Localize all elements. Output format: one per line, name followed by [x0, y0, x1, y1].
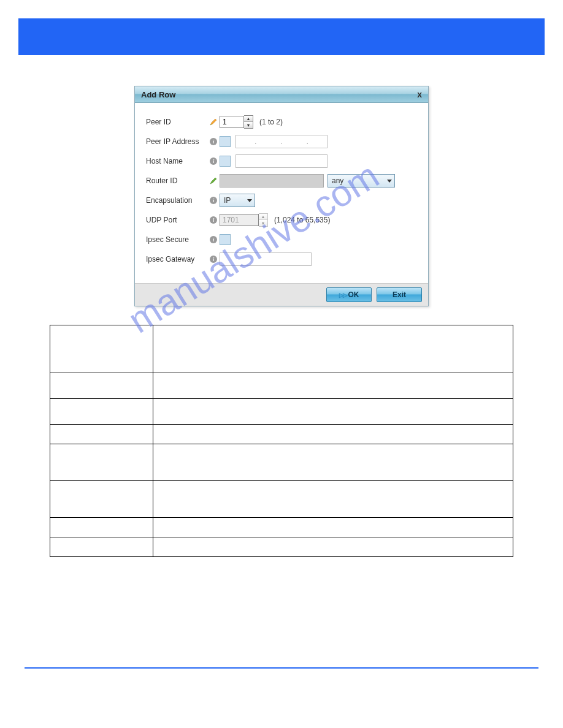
peer-ip-input[interactable]: . . . — [236, 135, 327, 148]
ok-arrows-icon: ▷▷ — [339, 292, 347, 298]
table-cell — [153, 325, 513, 373]
row-encapsulation: Encapsulation i IP — [146, 194, 417, 207]
info-icon[interactable]: i — [207, 256, 220, 263]
dialog-titlebar: Add Row x — [135, 86, 428, 103]
router-id-input — [220, 174, 324, 188]
ipsec-gateway-input[interactable] — [220, 252, 312, 266]
udp-port-input — [220, 214, 259, 226]
router-id-select[interactable]: any — [327, 174, 395, 188]
dialog-title-text: Add Row — [141, 90, 175, 99]
table-cell — [153, 399, 513, 425]
table-cell — [50, 373, 153, 399]
label-peer-id: Peer ID — [146, 118, 207, 126]
peer-id-input[interactable] — [220, 116, 244, 128]
row-peer-ip: Peer IP Address i . . . — [146, 135, 417, 148]
exit-button-label: Exit — [393, 290, 406, 299]
table-cell — [153, 425, 513, 444]
table-cell — [153, 481, 513, 518]
table-row — [50, 481, 513, 518]
peer-id-spinner[interactable]: ▲ ▼ — [220, 115, 253, 129]
exit-button[interactable]: Exit — [377, 287, 422, 302]
table-row — [50, 518, 513, 537]
table-cell — [50, 425, 153, 444]
row-udp-port: UDP Port i ▲ ▼ (1,024 to 65,535) — [146, 213, 417, 227]
table-cell — [153, 518, 513, 537]
peer-ip-checkbox[interactable] — [220, 136, 231, 147]
udp-port-spinner: ▲ ▼ — [220, 213, 268, 227]
spinner-down-icon: ▼ — [259, 220, 267, 226]
dialog-footer: ▷▷ OK Exit — [135, 283, 428, 306]
table-row — [50, 373, 513, 399]
table-row — [50, 325, 513, 373]
table-cell — [153, 537, 513, 557]
spinner-up-icon: ▲ — [259, 214, 267, 220]
table-cell — [153, 373, 513, 399]
table-cell — [50, 537, 153, 557]
description-table — [50, 325, 513, 557]
table-cell — [50, 518, 153, 537]
info-icon[interactable]: i — [207, 138, 220, 145]
info-icon[interactable]: i — [207, 216, 220, 224]
info-icon[interactable]: i — [207, 157, 220, 165]
chevron-down-icon — [247, 199, 252, 202]
close-icon[interactable]: x — [417, 89, 422, 99]
table-row — [50, 425, 513, 444]
top-banner — [18, 18, 545, 55]
host-name-input[interactable] — [236, 154, 327, 168]
row-host-name: Host Name i — [146, 154, 417, 168]
row-ipsec-gateway: Ipsec Gateway i — [146, 252, 417, 266]
ipsec-secure-checkbox[interactable] — [220, 234, 231, 245]
label-udp-port: UDP Port — [146, 216, 207, 224]
encapsulation-value: IP — [224, 196, 231, 205]
row-router-id: Router ID any — [146, 174, 417, 188]
info-icon[interactable]: i — [207, 197, 220, 204]
host-name-checkbox[interactable] — [220, 156, 231, 167]
footer-divider — [25, 667, 538, 669]
spinner-up-icon[interactable]: ▲ — [244, 116, 253, 122]
peer-id-hint: (1 to 2) — [259, 118, 283, 126]
chevron-down-icon — [387, 180, 392, 183]
udp-port-hint: (1,024 to 65,535) — [274, 216, 330, 224]
encapsulation-select[interactable]: IP — [220, 194, 255, 207]
label-router-id: Router ID — [146, 176, 207, 185]
label-encapsulation: Encapsulation — [146, 196, 207, 205]
router-id-select-value: any — [332, 176, 343, 185]
table-row — [50, 537, 513, 557]
ok-button[interactable]: ▷▷ OK — [326, 287, 372, 302]
info-icon[interactable]: i — [207, 236, 220, 243]
edit-icon — [207, 176, 220, 185]
table-cell — [153, 444, 513, 481]
table-cell — [50, 444, 153, 481]
label-ipsec-secure: Ipsec Secure — [146, 235, 207, 244]
label-host-name: Host Name — [146, 157, 207, 165]
spinner-down-icon[interactable]: ▼ — [244, 122, 253, 128]
table-cell — [50, 481, 153, 518]
table-cell — [50, 399, 153, 425]
required-icon — [207, 118, 220, 126]
ok-button-label: OK — [348, 290, 359, 299]
label-ipsec-gateway: Ipsec Gateway — [146, 255, 207, 264]
row-peer-id: Peer ID ▲ ▼ (1 to 2) — [146, 115, 417, 129]
row-ipsec-secure: Ipsec Secure i — [146, 233, 417, 246]
table-cell — [50, 325, 153, 373]
table-row — [50, 399, 513, 425]
dialog-body: Peer ID ▲ ▼ (1 to 2) Peer IP Addre — [135, 103, 428, 283]
table-row — [50, 444, 513, 481]
label-peer-ip: Peer IP Address — [146, 137, 207, 146]
add-row-dialog: Add Row x Peer ID ▲ ▼ (1 — [134, 86, 429, 306]
